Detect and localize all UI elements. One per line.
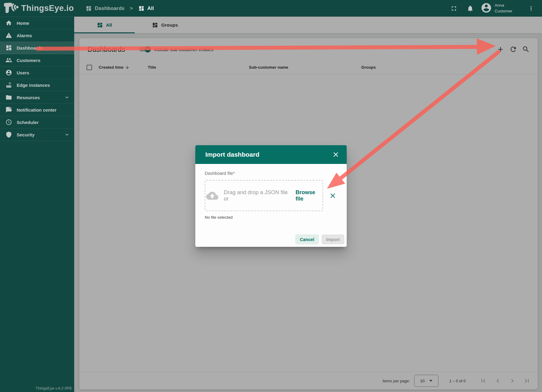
sidebar-item-home[interactable]: Home bbox=[0, 17, 74, 29]
dialog-body: Dashboard file* Drag and drop a JSON fil… bbox=[195, 164, 347, 220]
cloud-upload-icon bbox=[205, 190, 219, 202]
top-bar: ThingsEye.io Dashboards > All bbox=[0, 0, 542, 17]
sidebar-item-label: Security bbox=[17, 132, 35, 137]
breadcrumb-label: Dashboards bbox=[95, 5, 124, 11]
router-icon bbox=[5, 82, 12, 88]
sidebar-item-resources[interactable]: Resources bbox=[0, 91, 74, 104]
sidebar-item-label: Dashboards bbox=[17, 45, 43, 51]
dialog-title: Import dashboard bbox=[205, 151, 259, 158]
sidebar-item-alarms[interactable]: Alarms bbox=[0, 29, 74, 42]
folder-icon bbox=[5, 94, 12, 101]
close-icon bbox=[332, 151, 340, 158]
dropzone-text: Drag and drop a JSON file or bbox=[224, 189, 289, 202]
file-drop-row: Drag and drop a JSON file or Browse file bbox=[205, 180, 337, 211]
sidebar-nav: Home Alarms Dashboards Customers Users E… bbox=[0, 17, 74, 141]
dialog-header: Import dashboard bbox=[195, 145, 347, 164]
dashboard-icon bbox=[138, 5, 144, 11]
sidebar-item-scheduler[interactable]: Scheduler bbox=[0, 116, 74, 129]
app-version: ThingsEye v.4.2.0PE bbox=[36, 386, 72, 390]
user-first-name: Anna bbox=[494, 3, 512, 8]
breadcrumb-label: All bbox=[147, 5, 154, 11]
sidebar-item-security[interactable]: Security bbox=[0, 129, 74, 141]
notifications-button[interactable] bbox=[464, 2, 476, 15]
fullscreen-button[interactable] bbox=[448, 2, 460, 15]
chevron-down-icon bbox=[64, 132, 70, 138]
warning-icon bbox=[5, 32, 12, 39]
sidebar: Home Alarms Dashboards Customers Users E… bbox=[0, 17, 74, 392]
sidebar-item-users[interactable]: Users bbox=[0, 67, 74, 79]
clock-icon bbox=[5, 119, 12, 126]
dashboards-icon bbox=[5, 44, 12, 51]
file-dropzone[interactable]: Drag and drop a JSON file or Browse file bbox=[205, 180, 323, 211]
chevron-down-icon bbox=[64, 94, 70, 100]
breadcrumb-separator: > bbox=[130, 6, 133, 11]
clear-file-button[interactable] bbox=[329, 191, 337, 200]
sidebar-item-label: Users bbox=[17, 70, 29, 75]
breadcrumb: Dashboards > All bbox=[86, 5, 154, 11]
sidebar-item-label: Scheduler bbox=[17, 120, 39, 125]
shield-icon bbox=[5, 131, 12, 138]
dashboard-file-label: Dashboard file* bbox=[205, 171, 337, 176]
sidebar-item-dashboards[interactable]: Dashboards bbox=[0, 42, 74, 54]
customers-icon bbox=[5, 57, 12, 64]
notification-icon bbox=[5, 106, 12, 113]
browse-file-link[interactable]: Browse file bbox=[296, 189, 322, 202]
sidebar-item-label: Alarms bbox=[17, 33, 32, 38]
home-icon bbox=[5, 20, 12, 26]
no-file-selected-text: No file selected bbox=[205, 215, 337, 220]
import-dashboard-dialog: Import dashboard Dashboard file* Drag an… bbox=[195, 145, 347, 247]
sidebar-item-notification-center[interactable]: Notification center bbox=[0, 104, 74, 116]
account-circle-icon bbox=[481, 2, 492, 14]
user-avatar[interactable] bbox=[481, 2, 492, 15]
breadcrumb-all[interactable]: All bbox=[138, 5, 154, 11]
more-vert-icon bbox=[528, 5, 534, 12]
import-button[interactable]: Import bbox=[322, 234, 344, 244]
dashboard-icon bbox=[86, 5, 92, 11]
dialog-close-button[interactable] bbox=[330, 149, 342, 161]
sidebar-item-label: Resources bbox=[17, 95, 40, 100]
user-name: Anna Customer bbox=[494, 3, 512, 14]
user-menu-button[interactable] bbox=[525, 2, 537, 15]
user-last-name: Customer bbox=[494, 8, 512, 14]
sidebar-item-label: Customers bbox=[17, 58, 40, 63]
topbar-actions: Anna Customer bbox=[448, 2, 542, 15]
app-window: ThingsEye.io Dashboards > All bbox=[0, 0, 542, 392]
sidebar-item-label: Notification center bbox=[17, 107, 57, 113]
app-name: ThingsEye.io bbox=[21, 4, 74, 13]
sidebar-item-label: Edge instances bbox=[17, 83, 50, 88]
dialog-footer: Cancel Import bbox=[195, 234, 347, 247]
breadcrumb-dashboards[interactable]: Dashboards bbox=[86, 5, 124, 11]
fullscreen-icon bbox=[450, 5, 458, 12]
logo-link[interactable]: ThingsEye.io bbox=[0, 2, 74, 15]
sidebar-item-customers[interactable]: Customers bbox=[0, 54, 74, 67]
sidebar-item-label: Home bbox=[17, 21, 29, 26]
sidebar-item-edge-instances[interactable]: Edge instances bbox=[0, 79, 74, 91]
bell-icon bbox=[467, 5, 474, 12]
close-icon bbox=[329, 192, 337, 200]
cancel-button[interactable]: Cancel bbox=[295, 234, 319, 244]
user-icon bbox=[5, 69, 12, 76]
thingseye-logo-icon bbox=[3, 2, 19, 15]
